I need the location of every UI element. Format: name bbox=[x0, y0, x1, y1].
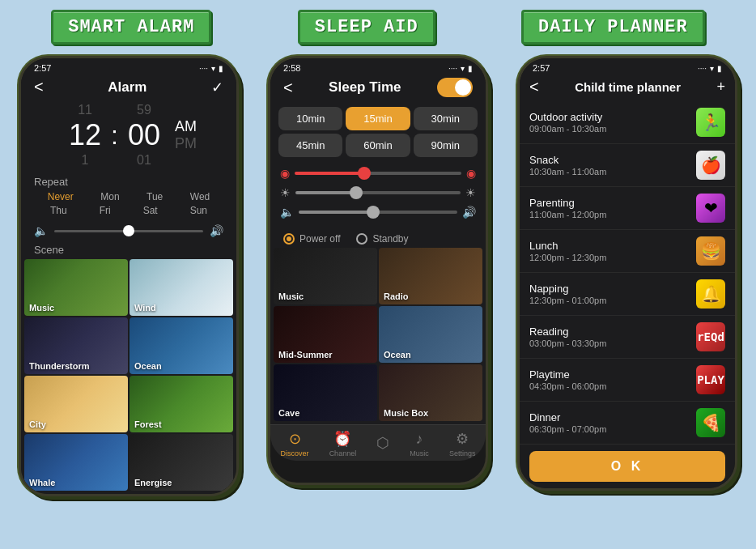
playtime-info: Playtime 04:30pm - 06:00pm bbox=[529, 368, 696, 391]
scene-forest[interactable]: Forest bbox=[130, 376, 233, 432]
hour-next: 1 bbox=[82, 151, 89, 169]
planner-back-button[interactable]: < bbox=[529, 78, 539, 96]
sleep-slider-2-thumb[interactable] bbox=[350, 186, 363, 199]
sleep-back-button[interactable]: < bbox=[283, 79, 293, 97]
napping-name: Napping bbox=[529, 283, 696, 295]
ampm-picker[interactable]: AM PM bbox=[175, 118, 197, 152]
sleep-scene-radio[interactable]: Radio bbox=[379, 248, 482, 304]
planner-item-napping[interactable]: Napping 12:30pm - 01:00pm 🔔 bbox=[520, 273, 735, 316]
sleep-slider-3-thumb[interactable] bbox=[367, 206, 380, 219]
reading-info: Reading 03:00pm - 03:30pm bbox=[529, 326, 696, 348]
sleep-toggle[interactable] bbox=[437, 78, 473, 97]
smart-alarm-phone: 2:57 ···· ▾ ▮ < Alarm ✓ 11 12 bbox=[19, 56, 239, 496]
alarm-screen: 2:57 ···· ▾ ▮ < Alarm ✓ 11 12 bbox=[21, 58, 236, 494]
sleep-sliders: ◉ ◉ ☀ ☀ 🔈 bbox=[270, 162, 486, 230]
sleep-scene-music[interactable]: Music bbox=[274, 248, 377, 304]
sleep-scene-musicbox[interactable]: Music Box bbox=[379, 364, 482, 421]
tab-settings[interactable]: ⚙ Settings bbox=[449, 430, 476, 458]
alarm-nav: < Alarm ✓ bbox=[21, 74, 236, 101]
standby-option[interactable]: Standby bbox=[356, 233, 408, 245]
tab-center[interactable]: ⬡ bbox=[376, 434, 389, 453]
dinner-icon: 🍕 bbox=[696, 408, 725, 437]
planner-item-parenting[interactable]: Parenting 11:00am - 12:00pm ❤ bbox=[520, 187, 735, 230]
power-off-radio[interactable] bbox=[283, 233, 295, 245]
tab-bar: ⊙ Discover ⏰ Channel ⬡ ♪ Music ⚙ Sett bbox=[270, 424, 486, 461]
planner-screen: 2:57 ···· ▾ ▮ < Child time planner + Out… bbox=[520, 58, 735, 488]
minute-value: 00 bbox=[128, 119, 160, 151]
scene-ocean[interactable]: Ocean bbox=[130, 317, 233, 374]
sleep-title: Sleep Time bbox=[329, 79, 401, 96]
volume-thumb[interactable] bbox=[123, 225, 134, 236]
duration-30min[interactable]: 30min bbox=[414, 107, 478, 130]
planner-item-reading[interactable]: Reading 03:00pm - 03:30pm rEQd bbox=[520, 316, 735, 359]
planner-item-outdoor[interactable]: Outdoor activity 09:00am - 10:30am 🏃 bbox=[520, 101, 735, 144]
sleep-status-icons: ···· ▾ ▮ bbox=[448, 64, 473, 73]
day-thu[interactable]: Thu bbox=[50, 205, 67, 216]
sleep-status-time: 2:58 bbox=[283, 63, 300, 73]
sleep-nav: < Sleep Time bbox=[270, 74, 486, 102]
duration-45min[interactable]: 45min bbox=[278, 134, 342, 157]
day-sun[interactable]: Sun bbox=[190, 205, 207, 216]
planner-item-playtime[interactable]: Playtime 04:30pm - 06:00pm PLAY bbox=[520, 359, 735, 402]
outdoor-time: 09:00am - 10:30am bbox=[529, 124, 696, 134]
duration-90min[interactable]: 90min bbox=[414, 134, 478, 157]
duration-10min[interactable]: 10min bbox=[278, 107, 342, 130]
sleep-scene-midsummer[interactable]: Mid-Summer bbox=[274, 306, 377, 363]
playtime-name: Playtime bbox=[529, 368, 696, 381]
duration-buttons: 10min 15min 30min 45min 60min 90min bbox=[270, 102, 486, 162]
volume-slider[interactable] bbox=[54, 230, 203, 232]
header-row: SMART ALARM SLEEP AID DAILY PLANNER bbox=[8, 10, 748, 45]
duration-60min[interactable]: 60min bbox=[346, 134, 410, 157]
tab-music[interactable]: ♪ Music bbox=[410, 431, 429, 458]
alarm-back-button[interactable]: < bbox=[34, 78, 44, 96]
settings-label: Settings bbox=[449, 449, 476, 458]
scene-energise[interactable]: Energise bbox=[130, 434, 233, 491]
ok-button[interactable]: O K bbox=[529, 451, 725, 482]
tab-channel[interactable]: ⏰ Channel bbox=[329, 430, 357, 458]
tab-discover[interactable]: ⊙ Discover bbox=[281, 430, 309, 458]
repeat-days-2: Thu Fri Sat Sun bbox=[34, 205, 223, 216]
sleep-slider-3[interactable] bbox=[299, 211, 457, 214]
scene-city[interactable]: City bbox=[24, 376, 128, 432]
standby-radio[interactable] bbox=[356, 233, 367, 245]
settings-icon: ⚙ bbox=[456, 430, 469, 448]
sleep-scene-ocean[interactable]: Ocean bbox=[379, 306, 482, 363]
sleep-aid-phone: 2:58 ···· ▾ ▮ < Sleep Time 10min 15min 3… bbox=[268, 56, 488, 485]
repeat-label: Repeat bbox=[34, 176, 223, 188]
power-off-label: Power off bbox=[299, 233, 340, 245]
parenting-icon: ❤ bbox=[696, 194, 725, 223]
day-wed[interactable]: Wed bbox=[190, 191, 210, 202]
sleep-slider-2[interactable] bbox=[295, 191, 461, 194]
am-value[interactable]: AM bbox=[175, 118, 197, 135]
power-off-option[interactable]: Power off bbox=[283, 233, 340, 245]
sleep-scene-cave[interactable]: Cave bbox=[274, 364, 377, 421]
planner-item-lunch[interactable]: Lunch 12:00pm - 12:30pm 🍔 bbox=[520, 230, 735, 273]
power-options: Power off Standby bbox=[270, 230, 486, 248]
planner-item-snack[interactable]: Snack 10:30am - 11:00am 🍎 bbox=[520, 144, 735, 187]
day-never[interactable]: Never bbox=[48, 191, 74, 202]
planner-list: Outdoor activity 09:00am - 10:30am 🏃 Sna… bbox=[520, 101, 735, 445]
day-sat[interactable]: Sat bbox=[143, 205, 158, 216]
scene-label: Scene bbox=[21, 242, 236, 259]
snack-name: Snack bbox=[529, 154, 696, 166]
scene-music[interactable]: Music bbox=[24, 259, 128, 316]
day-fri[interactable]: Fri bbox=[100, 205, 111, 216]
alarm-check-button[interactable]: ✓ bbox=[211, 79, 223, 96]
pm-value[interactable]: PM bbox=[175, 135, 197, 152]
scene-thunderstorm[interactable]: Thunderstorm bbox=[24, 317, 128, 374]
sleep-slider-1[interactable] bbox=[295, 172, 461, 175]
minute-next: 01 bbox=[137, 151, 151, 169]
sleep-slider-1-thumb[interactable] bbox=[358, 167, 371, 180]
sleep-signal-icon: ···· bbox=[448, 64, 457, 73]
scene-whale[interactable]: Whale bbox=[24, 434, 128, 491]
planner-item-dinner[interactable]: Dinner 06:30pm - 07:00pm 🍕 bbox=[520, 402, 735, 445]
scene-wind[interactable]: Wind bbox=[130, 259, 233, 316]
time-picker[interactable]: 11 12 1 : 59 00 01 AM PM bbox=[21, 101, 236, 169]
planner-add-button[interactable]: + bbox=[716, 79, 725, 96]
playtime-label: PLAY bbox=[697, 373, 724, 386]
alarm-status-time: 2:57 bbox=[34, 63, 51, 73]
duration-15min[interactable]: 15min bbox=[346, 107, 410, 130]
day-tue[interactable]: Tue bbox=[147, 191, 163, 202]
parenting-info: Parenting 11:00am - 12:00pm bbox=[529, 197, 696, 219]
day-mon[interactable]: Mon bbox=[100, 191, 119, 202]
